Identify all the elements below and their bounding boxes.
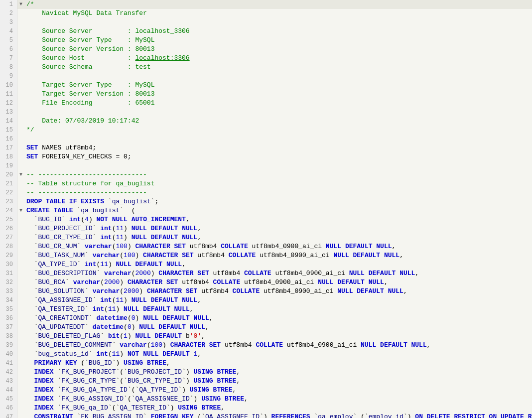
line-number: 28 xyxy=(0,242,17,251)
line-number: 4 xyxy=(0,27,17,36)
code-content: `BUG_DELETED_COMMENT` varchar(100) CHARA… xyxy=(24,341,532,350)
fold-icon xyxy=(17,386,24,395)
line-number: 15 xyxy=(0,126,17,135)
code-content: Target Server Type : MySQL xyxy=(24,81,532,90)
code-content: Date: 07/03/2019 10:17:42 xyxy=(24,117,532,126)
code-content: `BUG_ID` int(4) NOT NULL AUTO_INCREMENT, xyxy=(24,215,532,224)
code-line-18: 18 SET FOREIGN_KEY_CHECKS = 0; xyxy=(0,152,532,161)
code-content: -- ---------------------------- xyxy=(24,170,532,179)
code-line-47: 47 CONSTRAINT `FK_BUG_ASSIGN_ID` FOREIGN… xyxy=(0,413,532,418)
fold-icon xyxy=(17,152,24,161)
fold-icon xyxy=(17,341,24,350)
code-line-42: 42 INDEX `FK_BUG_PROJECT`(`BUG_PROJECT_I… xyxy=(0,368,532,377)
fold-icon xyxy=(17,27,24,36)
code-line-46: 46 INDEX `FK_BUG_qa_ID`(`QA_TESTER_ID`) … xyxy=(0,404,532,413)
code-editor[interactable]: 1▼/*2 Navicat MySQL Data Transfer3 4 Sou… xyxy=(0,0,532,418)
code-line-17: 17 SET NAMES utf8mb4; xyxy=(0,143,532,152)
code-line-44: 44 INDEX `FK_BUG_QA_TYPE_ID`(`QA_TYPE_ID… xyxy=(0,386,532,395)
code-content: -- Table structure for qa_buglist xyxy=(24,179,532,188)
code-line-4: 4 Source Server : localhost_3306 xyxy=(0,27,532,36)
code-content: `BUG_PROJECT_ID` int(11) NULL DEFAULT NU… xyxy=(24,224,532,233)
fold-icon[interactable]: ▼ xyxy=(17,170,24,179)
code-line-24: 24▼CREATE TABLE `qa_buglist` ( xyxy=(0,206,532,215)
line-number: 18 xyxy=(0,152,17,161)
line-number: 35 xyxy=(0,305,17,314)
fold-icon xyxy=(17,350,24,359)
code-content: `BUG_TASK_NUM` varchar(100) CHARACTER SE… xyxy=(24,251,532,260)
fold-icon[interactable]: ▼ xyxy=(17,206,24,215)
fold-icon xyxy=(17,63,24,72)
code-line-37: 37 `QA_UPDATEDDT` datetime(0) NULL DEFAU… xyxy=(0,323,532,332)
line-number: 16 xyxy=(0,135,17,143)
fold-icon xyxy=(17,135,24,143)
code-content: CONSTRAINT `FK_BUG_ASSIGN_ID` FOREIGN KE… xyxy=(24,413,532,418)
code-line-15: 15 */ xyxy=(0,126,532,135)
line-number: 7 xyxy=(0,54,17,63)
line-number: 32 xyxy=(0,278,17,287)
fold-icon xyxy=(17,188,24,197)
code-line-16: 16 xyxy=(0,135,532,143)
line-number: 33 xyxy=(0,287,17,296)
line-number: 38 xyxy=(0,332,17,341)
code-line-14: 14 Date: 07/03/2019 10:17:42 xyxy=(0,117,532,126)
fold-icon xyxy=(17,117,24,126)
line-number: 3 xyxy=(0,18,17,27)
code-content: `QA_UPDATEDDT` datetime(0) NULL DEFAULT … xyxy=(24,323,532,332)
code-line-21: 21 -- Table structure for qa_buglist xyxy=(0,179,532,188)
fold-icon[interactable]: ▼ xyxy=(17,0,24,9)
fold-icon xyxy=(17,377,24,386)
fold-icon xyxy=(17,413,24,418)
fold-icon xyxy=(17,36,24,45)
code-content: INDEX `FK_BUG_ASSIGN_ID`(`QA_ASSIGNEE_ID… xyxy=(24,395,532,404)
line-number: 45 xyxy=(0,395,17,404)
code-content: `BUG_CR_NUM` varchar(100) CHARACTER SET … xyxy=(24,242,532,251)
code-content: `QA_TYPE_ID` int(11) NULL DEFAULT NULL, xyxy=(24,260,532,269)
line-number: 8 xyxy=(0,63,17,72)
code-line-20: 20▼-- ---------------------------- xyxy=(0,170,532,179)
fold-icon xyxy=(17,224,24,233)
fold-icon xyxy=(17,54,24,63)
code-content: Source Schema : test xyxy=(24,63,532,72)
fold-icon xyxy=(17,332,24,341)
line-number: 34 xyxy=(0,296,17,305)
line-number: 37 xyxy=(0,323,17,332)
line-number: 22 xyxy=(0,188,17,197)
code-line-38: 38 `BUG_DELETED_FLAG` bit(1) NULL DEFAUL… xyxy=(0,332,532,341)
fold-icon xyxy=(17,143,24,152)
code-content: File Encoding : 65001 xyxy=(24,99,532,108)
fold-icon xyxy=(17,260,24,269)
code-line-30: 30 `QA_TYPE_ID` int(11) NULL DEFAULT NUL… xyxy=(0,260,532,269)
code-line-43: 43 INDEX `FK_BUG_CR_TYPE`(`BUG_CR_TYPE_I… xyxy=(0,377,532,386)
code-line-19: 19 xyxy=(0,161,532,170)
fold-icon xyxy=(17,72,24,81)
code-content: `BUG_DESCRIPTION` varchar(2000) CHARACTE… xyxy=(24,269,532,278)
code-line-11: 11 Target Server Version : 80013 xyxy=(0,90,532,99)
code-content: /* xyxy=(24,0,532,9)
code-content: Source Server Type : MySQL xyxy=(24,36,532,45)
code-line-9: 9 xyxy=(0,72,532,81)
code-line-28: 28 `BUG_CR_NUM` varchar(100) CHARACTER S… xyxy=(0,242,532,251)
line-number: 24 xyxy=(0,206,17,215)
fold-icon xyxy=(17,314,24,323)
line-number: 9 xyxy=(0,72,17,81)
line-number: 36 xyxy=(0,314,17,323)
code-content: CREATE TABLE `qa_buglist` ( xyxy=(24,206,532,215)
fold-icon xyxy=(17,395,24,404)
code-content: Source Host : localhost:3306 xyxy=(24,54,532,63)
line-number: 12 xyxy=(0,99,17,108)
code-line-45: 45 INDEX `FK_BUG_ASSIGN_ID`(`QA_ASSIGNEE… xyxy=(0,395,532,404)
line-number: 44 xyxy=(0,386,17,395)
fold-icon xyxy=(17,404,24,413)
line-number: 39 xyxy=(0,341,17,350)
code-content: DROP TABLE IF EXISTS `qa_buglist`; xyxy=(24,197,532,206)
line-number: 2 xyxy=(0,9,17,18)
code-line-31: 31 `BUG_DESCRIPTION` varchar(2000) CHARA… xyxy=(0,269,532,278)
fold-icon xyxy=(17,359,24,368)
code-content: `BUG_SOLUTION` varchar(2000) CHARACTER S… xyxy=(24,287,532,296)
fold-icon xyxy=(17,215,24,224)
code-line-10: 10 Target Server Type : MySQL xyxy=(0,81,532,90)
fold-icon xyxy=(17,269,24,278)
fold-icon xyxy=(17,296,24,305)
fold-icon xyxy=(17,242,24,251)
line-number: 25 xyxy=(0,215,17,224)
